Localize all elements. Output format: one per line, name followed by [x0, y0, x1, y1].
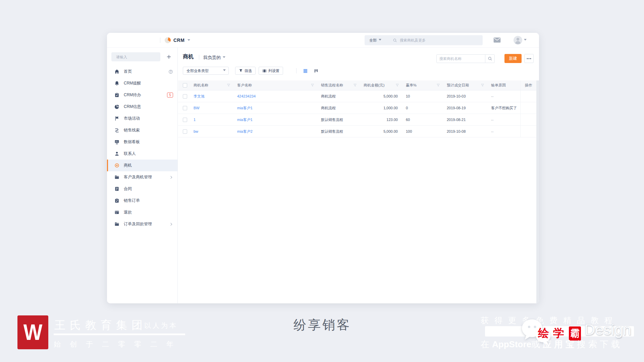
- row-checkbox[interactable]: [183, 118, 187, 122]
- sidebar-item-crm-info[interactable]: CRM信息: [107, 101, 177, 113]
- close-date-cell: 2019-08-19: [445, 102, 489, 114]
- sidebar-item-home[interactable]: 首页: [107, 66, 177, 77]
- sidebar-item-opportunities[interactable]: 商机: [107, 160, 177, 171]
- actions-cell: [520, 126, 537, 137]
- actions-cell: [520, 114, 537, 125]
- sidebar-item-crm-reminder[interactable]: CRM提醒: [107, 77, 177, 89]
- search-scope-select[interactable]: 全部: [369, 38, 377, 43]
- footer-center-brand: 纷享销客: [293, 316, 351, 334]
- create-button[interactable]: 新建: [504, 54, 522, 63]
- sidebar-item-crm-todo[interactable]: CRM待办 5: [107, 89, 177, 101]
- column-header[interactable]: 销售流程名称: [321, 83, 343, 88]
- crm-window: CRM 全部: [107, 33, 539, 303]
- sidebar-item-sales-orders[interactable]: 销售订单: [107, 195, 177, 206]
- ellipsis-icon: [527, 58, 531, 59]
- chevron-down-icon: [223, 69, 226, 72]
- footer-logo: W: [17, 315, 48, 349]
- search-scope-caret-icon: [379, 39, 381, 42]
- business-type-select[interactable]: 全部业务类型: [183, 67, 229, 75]
- customer-name-link[interactable]: mia客户2: [237, 129, 253, 134]
- footer-download-suffix: 搜索下载: [577, 339, 623, 349]
- select-all-checkbox[interactable]: [183, 83, 187, 87]
- column-header[interactable]: 商机名称: [194, 83, 208, 88]
- filter-funnel-icon[interactable]: [436, 83, 440, 87]
- app-name[interactable]: CRM: [173, 38, 184, 43]
- opportunity-search[interactable]: [436, 54, 485, 63]
- sidebar-item-marketing[interactable]: 市场活动: [107, 113, 177, 124]
- order-icon: [114, 198, 119, 203]
- customer-name-link[interactable]: mia客户1: [237, 117, 253, 122]
- funnel-icon: [239, 69, 243, 73]
- lose-reason-cell: --: [489, 90, 520, 102]
- column-header[interactable]: 预计成交日期: [447, 83, 469, 88]
- toolbar-divider: [296, 68, 297, 73]
- filter-funnel-icon[interactable]: [227, 83, 230, 87]
- customer-name-link[interactable]: 424234234: [237, 94, 256, 98]
- kanban-view-toggle[interactable]: [312, 67, 320, 75]
- sidebar-item-label: 首页: [124, 69, 132, 74]
- sidebar-search[interactable]: [111, 52, 160, 61]
- vertical-scrollbar[interactable]: [536, 80, 539, 303]
- sidebar-item-dashboard[interactable]: 数据看板: [107, 136, 177, 148]
- sidebar-item-leads[interactable]: 销售线索: [107, 124, 177, 136]
- sidebar-search-input[interactable]: [116, 55, 164, 59]
- column-header[interactable]: 输单原因: [491, 83, 506, 88]
- list-view-toggle[interactable]: [301, 67, 310, 75]
- customer-name-link[interactable]: mia客户1: [237, 106, 253, 111]
- user-menu[interactable]: [514, 36, 527, 45]
- column-settings-label: 列设置: [268, 68, 279, 73]
- contact-icon: [114, 151, 119, 157]
- win-rate-cell: 0: [404, 102, 445, 114]
- opportunity-name-link[interactable]: 李文旭: [194, 94, 205, 99]
- opportunity-name-link[interactable]: BW: [194, 106, 200, 110]
- filter-button[interactable]: 筛选: [235, 67, 256, 75]
- row-checkbox[interactable]: [183, 129, 187, 134]
- app-switcher-caret-icon[interactable]: [187, 39, 190, 42]
- page-title: 商机: [183, 53, 194, 60]
- topbar-divider: [160, 38, 160, 43]
- table-row: bw mia客户2 默认销售流程 5,000.00 100 2019-10-08…: [178, 126, 537, 137]
- pie-chart-icon: [114, 104, 119, 110]
- actions-cell: [520, 102, 537, 114]
- view-scope-dropdown[interactable]: 我负责的: [203, 55, 225, 61]
- amount-cell: 5,000.00: [362, 90, 404, 102]
- sidebar-item-label: CRM提醒: [124, 80, 141, 86]
- filter-funnel-icon[interactable]: [395, 83, 399, 87]
- sidebar-item-order-payment-mgmt[interactable]: 订单及回款管理: [107, 218, 177, 230]
- global-search-bar[interactable]: 全部: [365, 35, 483, 45]
- sidebar-item-contracts[interactable]: 合同: [107, 183, 177, 195]
- column-header[interactable]: 赢率%: [406, 83, 417, 88]
- table-row: 1 mia客户1 默认销售流程 123.00 60 2019-08-21 --: [178, 114, 537, 126]
- footer-download-prefix: 在: [481, 339, 492, 349]
- bell-icon: [114, 81, 119, 86]
- row-checkbox[interactable]: [183, 106, 187, 110]
- main-content: 商机 我负责的 新建 全部业务类型 筛选: [178, 48, 539, 303]
- filter-funnel-icon[interactable]: [311, 83, 314, 87]
- topbar: CRM 全部: [107, 33, 539, 48]
- sidebar-item-contacts[interactable]: 联系人: [107, 148, 177, 160]
- column-header[interactable]: 客户名称: [237, 83, 252, 88]
- mail-button[interactable]: [493, 37, 501, 43]
- column-header[interactable]: 商机金额(元): [364, 83, 384, 88]
- lose-reason-cell: --: [489, 126, 520, 137]
- contract-icon: [114, 186, 119, 192]
- view-scope-label: 我负责的: [203, 55, 221, 61]
- search-submit-button[interactable]: [485, 54, 495, 63]
- filter-funnel-icon[interactable]: [481, 83, 484, 87]
- opportunity-name-link[interactable]: bw: [194, 129, 198, 133]
- row-checkbox[interactable]: [183, 94, 187, 99]
- sidebar-item-customer-opportunity-mgmt[interactable]: 客户及商机管理: [107, 171, 177, 183]
- sidebar-item-label: CRM待办: [124, 92, 141, 98]
- add-button[interactable]: [164, 52, 173, 61]
- sidebar-item-refunds[interactable]: 退款: [107, 206, 177, 218]
- global-search-input[interactable]: [400, 38, 478, 42]
- opportunity-search-input[interactable]: [439, 57, 487, 61]
- column-settings-button[interactable]: 列设置: [259, 67, 283, 75]
- opportunity-name-link[interactable]: 1: [194, 118, 196, 122]
- opportunities-table: 商机名称 客户名称 销售流程名称 商机金额(元) 赢率% 预计成交日期 输单原因…: [178, 80, 537, 137]
- close-date-cell: 2019-10-03: [445, 90, 489, 102]
- help-icon[interactable]: [168, 69, 173, 74]
- filter-funnel-icon[interactable]: [353, 83, 357, 87]
- win-rate-cell: 10: [404, 90, 445, 102]
- more-actions-button[interactable]: [524, 54, 534, 63]
